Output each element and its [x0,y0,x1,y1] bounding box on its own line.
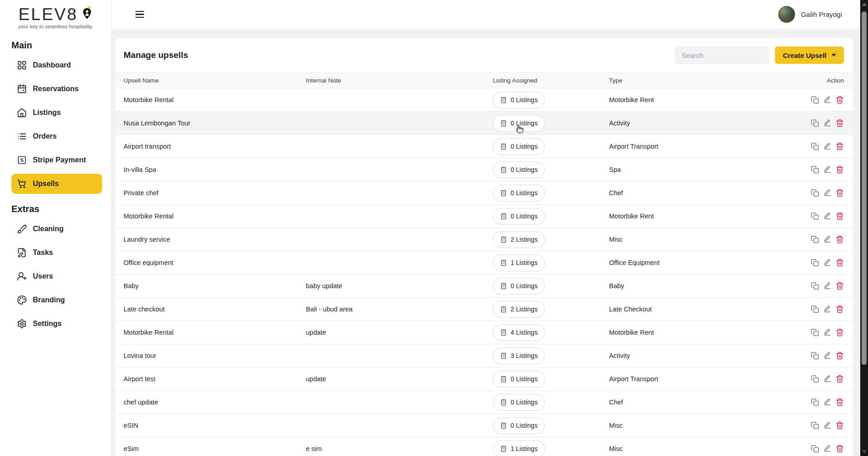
listings-button[interactable]: 1 Listings [493,440,545,456]
sidebar-item-settings[interactable]: Settings [11,314,102,334]
sidebar-item-users[interactable]: Users [11,266,102,286]
delete-button[interactable] [836,166,844,174]
delete-button[interactable] [836,305,844,313]
upsell-type: Chef [609,189,802,197]
copy-button[interactable] [811,352,819,360]
sidebar-item-stripe-payment[interactable]: S Stripe Payment [11,150,102,170]
scroll-up-arrow-icon[interactable] [862,3,867,6]
column-upsell-name: Upsell Name [124,77,306,84]
sidebar-item-reservations[interactable]: Reservations [11,79,102,99]
delete-button[interactable] [836,119,844,127]
sidebar-item-cleaning[interactable]: Cleaning [11,219,102,239]
pencil-icon [823,212,832,220]
listings-button[interactable]: 0 Listings [493,208,545,225]
copy-button[interactable] [811,142,819,150]
sidebar-item-branding[interactable]: Branding [11,290,102,310]
copy-button[interactable] [811,445,819,453]
copy-icon [811,119,819,127]
copy-button[interactable] [811,305,819,313]
edit-button[interactable] [823,189,832,197]
sidebar-item-upsells[interactable]: Upsells [11,174,102,194]
copy-button[interactable] [811,259,819,267]
edit-button[interactable] [823,328,832,337]
edit-button[interactable] [823,235,832,244]
delete-button[interactable] [836,445,844,453]
copy-button[interactable] [811,212,819,220]
listings-button[interactable]: 4 Listings [493,324,545,341]
copy-button[interactable] [811,119,819,127]
edit-button[interactable] [823,96,832,104]
listings-button[interactable]: 0 Listings [493,161,545,178]
scrollbar-thumb[interactable] [862,11,867,365]
sidebar-item-listings[interactable]: Listings [11,103,102,123]
edit-button[interactable] [823,142,832,150]
delete-button[interactable] [836,259,844,267]
edit-button[interactable] [823,445,832,453]
copy-button[interactable] [811,328,819,337]
building-icon [500,120,507,127]
upsell-name: Late checkout [124,306,306,313]
hamburger-menu-button[interactable] [134,9,146,20]
copy-button[interactable] [811,189,819,197]
create-upsell-button[interactable]: Create Upsell [775,47,844,64]
edit-button[interactable] [823,212,832,220]
search-input[interactable] [675,47,769,64]
trash-icon [836,328,844,337]
delete-button[interactable] [836,352,844,360]
page-title: Manage upsells [124,50,188,60]
listings-button[interactable]: 0 Listings [493,92,545,109]
listings-button[interactable]: 1 Listings [493,254,545,271]
edit-button[interactable] [823,352,832,360]
copy-button[interactable] [811,398,819,406]
delete-button[interactable] [836,235,844,244]
edit-button[interactable] [823,282,832,290]
edit-button[interactable] [823,259,832,267]
sidebar-item-orders[interactable]: Orders [11,126,102,146]
sidebar-item-label: Orders [33,132,57,140]
delete-button[interactable] [836,96,844,104]
sidebar-item-dashboard[interactable]: Dashboard [11,55,102,75]
upsell-name: Office equipment [124,259,306,266]
listings-button[interactable]: 0 Listings [493,278,545,295]
trash-icon [836,166,844,174]
listings-button[interactable]: 3 Listings [493,347,545,364]
scrollbar-track[interactable] [860,0,868,456]
edit-button[interactable] [823,375,832,383]
trash-icon [836,259,844,267]
listings-button[interactable]: 0 Listings [493,185,545,202]
delete-button[interactable] [836,142,844,150]
delete-button[interactable] [836,398,844,406]
edit-button[interactable] [823,398,832,406]
delete-button[interactable] [836,328,844,337]
edit-button[interactable] [823,421,832,430]
delete-button[interactable] [836,212,844,220]
table-row: Motorbike Rental 0 Listings [115,88,853,112]
user-menu[interactable]: Galih Prayogi [778,6,842,23]
edit-button[interactable] [823,166,832,174]
listings-button[interactable]: 0 Listings [493,394,545,411]
copy-button[interactable] [811,166,819,174]
listings-button[interactable]: 0 Listings [493,138,545,155]
edit-button[interactable] [823,305,832,313]
pencil-icon [823,328,832,337]
listings-count-label: 0 Listings [511,96,537,104]
listings-button[interactable]: 2 Listings [493,231,545,248]
copy-button[interactable] [811,96,819,104]
delete-button[interactable] [836,189,844,197]
copy-button[interactable] [811,282,819,290]
edit-button[interactable] [823,119,832,127]
table-row: Office equipment 1 Listings [115,251,853,275]
listings-button[interactable]: 0 Listings [493,115,545,132]
listings-button[interactable]: 0 Listings [493,371,545,388]
listings-button[interactable]: 2 Listings [493,301,545,318]
scroll-down-arrow-icon[interactable] [862,450,867,453]
listings-button[interactable]: 0 Listings [493,417,545,434]
copy-button[interactable] [811,375,819,383]
delete-button[interactable] [836,421,844,430]
sidebar-item-tasks[interactable]: Tasks [11,243,102,263]
delete-button[interactable] [836,282,844,290]
table-row: Private chef 0 Listings Chef [115,181,853,205]
copy-button[interactable] [811,421,819,430]
delete-button[interactable] [836,375,844,383]
copy-button[interactable] [811,235,819,244]
